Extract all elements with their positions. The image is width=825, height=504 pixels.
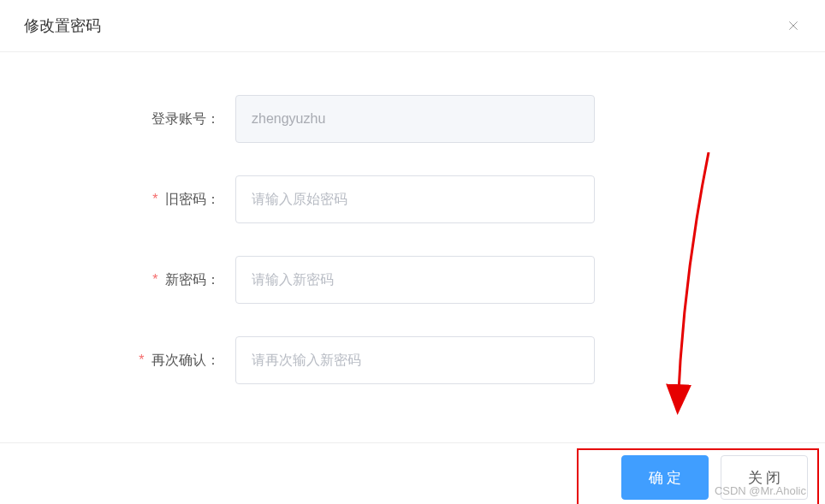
new-password-label: * 新密码： [34,271,235,289]
modal-header: 修改置密码 [0,0,825,52]
confirm-password-label-text: 再次确认： [151,353,220,367]
account-label-text: 登录账号： [151,111,220,126]
new-password-input[interactable] [235,256,595,304]
old-password-input[interactable] [235,175,595,223]
confirm-password-input[interactable] [235,336,595,384]
required-star: * [152,192,157,206]
modal-body: 登录账号： * 旧密码： * 新密码： * 再次确认： [0,52,825,442]
confirm-button[interactable]: 确定 [621,455,709,500]
new-password-row: * 新密码： [34,256,791,304]
change-password-modal: 修改置密码 登录账号： * 旧密码： * 新密码： [0,0,825,504]
close-icon[interactable] [786,18,801,33]
old-password-label-text: 旧密码： [165,192,220,206]
modal-footer: 确定 关闭 [0,442,825,504]
old-password-row: * 旧密码： [34,175,791,223]
required-star: * [139,353,144,367]
old-password-label: * 旧密码： [34,191,235,209]
account-input [235,95,595,143]
account-row: 登录账号： [34,95,791,143]
required-star: * [152,272,157,287]
account-label: 登录账号： [34,110,235,128]
confirm-password-row: * 再次确认： [34,336,791,384]
close-button[interactable]: 关闭 [721,455,808,500]
new-password-label-text: 新密码： [165,272,220,287]
modal-title: 修改置密码 [24,15,101,36]
confirm-password-label: * 再次确认： [34,352,235,370]
